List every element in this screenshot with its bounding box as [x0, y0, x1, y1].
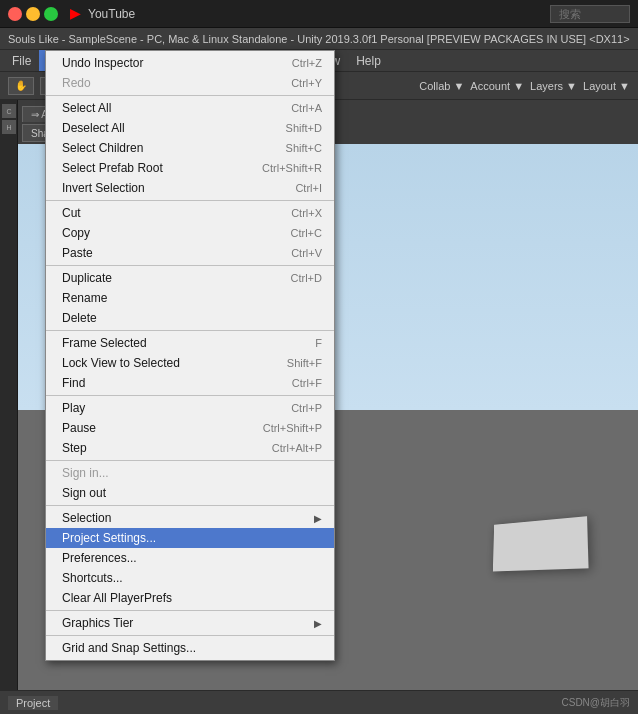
menu-item-deselect-all-shortcut: Shift+D: [286, 122, 322, 134]
menu-item-clear-playerprefs-label: Clear All PlayerPrefs: [62, 591, 172, 605]
menu-item-frame-selected[interactable]: Frame Selected F: [46, 333, 334, 353]
menu-item-clear-playerprefs[interactable]: Clear All PlayerPrefs: [46, 588, 334, 608]
menu-item-redo[interactable]: Redo Ctrl+Y: [46, 73, 334, 93]
menu-item-select-children-label: Select Children: [62, 141, 143, 155]
search-input[interactable]: [550, 5, 630, 23]
menu-item-paste[interactable]: Paste Ctrl+V: [46, 243, 334, 263]
sep-2: [46, 200, 334, 201]
menu-item-shortcuts-label: Shortcuts...: [62, 571, 123, 585]
minimize-btn[interactable]: [26, 7, 40, 21]
sep-5: [46, 395, 334, 396]
menu-item-lock-view-shortcut: Shift+F: [287, 357, 322, 369]
menu-item-play[interactable]: Play Ctrl+P: [46, 398, 334, 418]
menu-item-select-children[interactable]: Select Children Shift+C: [46, 138, 334, 158]
close-btn[interactable]: [8, 7, 22, 21]
browser-title: YouTube: [88, 7, 135, 21]
sep-4: [46, 330, 334, 331]
menu-item-paste-label: Paste: [62, 246, 93, 260]
menu-item-select-prefab-root-shortcut: Ctrl+Shift+R: [262, 162, 322, 174]
menu-item-project-settings-label: Project Settings...: [62, 531, 156, 545]
menu-item-selection-label: Selection: [62, 511, 111, 525]
menu-item-graphics-tier-arrow: ▶: [314, 618, 322, 629]
menu-item-copy[interactable]: Copy Ctrl+C: [46, 223, 334, 243]
menu-item-paste-shortcut: Ctrl+V: [291, 247, 322, 259]
menu-item-invert-selection-label: Invert Selection: [62, 181, 145, 195]
menu-item-find-shortcut: Ctrl+F: [292, 377, 322, 389]
menu-item-copy-label: Copy: [62, 226, 90, 240]
menu-item-preferences-label: Preferences...: [62, 551, 137, 565]
menu-item-grid-snap-label: Grid and Snap Settings...: [62, 641, 196, 655]
menu-item-step-label: Step: [62, 441, 87, 455]
menu-item-frame-selected-shortcut: F: [315, 337, 322, 349]
menu-item-find[interactable]: Find Ctrl+F: [46, 373, 334, 393]
menu-item-invert-selection-shortcut: Ctrl+I: [295, 182, 322, 194]
browser-bar: ▶ YouTube: [0, 0, 638, 28]
toolbar-collab: Collab ▼: [419, 80, 464, 92]
menubar-item-file[interactable]: File: [4, 50, 39, 71]
menu-item-deselect-all-label: Deselect All: [62, 121, 125, 135]
sep-6: [46, 460, 334, 461]
left-panel-btn-2[interactable]: H: [2, 120, 16, 134]
toolbar-hand[interactable]: ✋: [8, 77, 34, 95]
menu-item-invert-selection[interactable]: Invert Selection Ctrl+I: [46, 178, 334, 198]
menu-item-redo-label: Redo: [62, 76, 91, 90]
menubar-item-help[interactable]: Help: [348, 50, 389, 71]
sep-3: [46, 265, 334, 266]
menu-item-undo[interactable]: Undo Inspector Ctrl+Z: [46, 53, 334, 73]
browser-controls: [8, 7, 58, 21]
menu-item-sign-in-label: Sign in...: [62, 466, 109, 480]
unity-titlebar: Souls Like - SampleScene - PC, Mac & Lin…: [0, 28, 638, 50]
left-panel-btn-1[interactable]: C: [2, 104, 16, 118]
toolbar-layers: Layers ▼: [530, 80, 577, 92]
menu-item-undo-shortcut: Ctrl+Z: [292, 57, 322, 69]
menu-item-graphics-tier[interactable]: Graphics Tier ▶: [46, 613, 334, 633]
csdn-label: CSDN@胡白羽: [562, 696, 631, 710]
sep-7: [46, 505, 334, 506]
sep-9: [46, 635, 334, 636]
menu-item-graphics-tier-label: Graphics Tier: [62, 616, 133, 630]
menu-item-play-label: Play: [62, 401, 85, 415]
menu-item-duplicate-label: Duplicate: [62, 271, 112, 285]
menu-item-sign-out[interactable]: Sign out: [46, 483, 334, 503]
menu-item-select-all[interactable]: Select All Ctrl+A: [46, 98, 334, 118]
sep-1: [46, 95, 334, 96]
menu-item-deselect-all[interactable]: Deselect All Shift+D: [46, 118, 334, 138]
menu-item-shortcuts[interactable]: Shortcuts...: [46, 568, 334, 588]
menu-item-sign-in: Sign in...: [46, 463, 334, 483]
menu-item-undo-label: Undo Inspector: [62, 56, 143, 70]
menu-item-step[interactable]: Step Ctrl+Alt+P: [46, 438, 334, 458]
menu-item-project-settings[interactable]: Project Settings...: [46, 528, 334, 548]
menu-item-delete-label: Delete: [62, 311, 97, 325]
menu-item-play-shortcut: Ctrl+P: [291, 402, 322, 414]
menu-item-duplicate-shortcut: Ctrl+D: [291, 272, 322, 284]
menu-item-rename[interactable]: Rename: [46, 288, 334, 308]
scene-object: [493, 516, 589, 571]
menu-item-step-shortcut: Ctrl+Alt+P: [272, 442, 322, 454]
menu-item-lock-view[interactable]: Lock View to Selected Shift+F: [46, 353, 334, 373]
toolbar-layout: Layout ▼: [583, 80, 630, 92]
menu-item-grid-snap[interactable]: Grid and Snap Settings...: [46, 638, 334, 658]
menu-item-selection[interactable]: Selection ▶: [46, 508, 334, 528]
menu-item-duplicate[interactable]: Duplicate Ctrl+D: [46, 268, 334, 288]
menu-item-selection-arrow: ▶: [314, 513, 322, 524]
menu-item-rename-label: Rename: [62, 291, 107, 305]
menu-item-pause-shortcut: Ctrl+Shift+P: [263, 422, 322, 434]
menu-item-sign-out-label: Sign out: [62, 486, 106, 500]
menu-item-select-all-shortcut: Ctrl+A: [291, 102, 322, 114]
menu-item-cut[interactable]: Cut Ctrl+X: [46, 203, 334, 223]
menu-item-frame-selected-label: Frame Selected: [62, 336, 147, 350]
sep-8: [46, 610, 334, 611]
menu-item-preferences[interactable]: Preferences...: [46, 548, 334, 568]
menu-item-find-label: Find: [62, 376, 85, 390]
menu-item-delete[interactable]: Delete: [46, 308, 334, 328]
project-tab-label: Project: [16, 697, 50, 709]
project-tab[interactable]: Project: [8, 696, 58, 710]
left-panel: C H: [0, 100, 18, 690]
menu-item-redo-shortcut: Ctrl+Y: [291, 77, 322, 89]
bottom-bar: Project CSDN@胡白羽: [0, 690, 638, 714]
maximize-btn[interactable]: [44, 7, 58, 21]
menu-item-cut-label: Cut: [62, 206, 81, 220]
menu-item-pause[interactable]: Pause Ctrl+Shift+P: [46, 418, 334, 438]
menu-item-pause-label: Pause: [62, 421, 96, 435]
menu-item-select-prefab-root[interactable]: Select Prefab Root Ctrl+Shift+R: [46, 158, 334, 178]
